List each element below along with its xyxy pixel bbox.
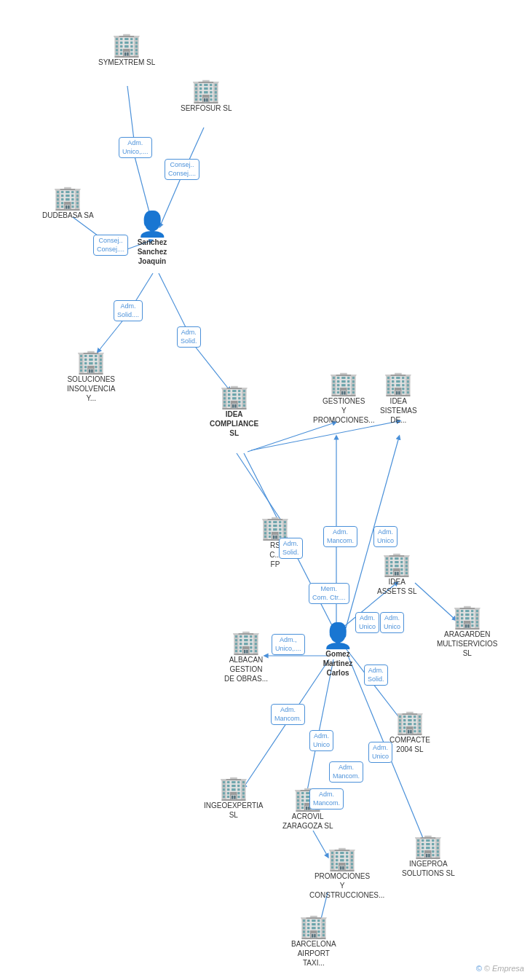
node-gestiones: 🏢 GESTIONESYPROMOCIONES...: [313, 372, 374, 425]
label-sanchez: SanchezSanchezJoaquin: [138, 238, 167, 266]
label-promociones: PROMOCIONESYCONSTRUCCIONES...: [309, 871, 375, 900]
badge-adm-unico-3[interactable]: Adm.Unico: [355, 612, 379, 633]
badge-adm-mancom-3[interactable]: Adm.Mancom.: [329, 761, 363, 783]
svg-line-8: [159, 273, 188, 332]
badge-adm-solid-4[interactable]: Adm.Solid.: [364, 665, 388, 686]
node-symextrem: 🏢 SYMEXTREM SL: [98, 33, 155, 67]
building-icon-ingeproa: 🏢: [414, 834, 443, 858]
building-icon-idea-compliance: 🏢: [220, 385, 249, 408]
badge-mem-com[interactable]: Mem.Com. Ctr....: [309, 583, 349, 604]
node-dudebasa: 🏢 DUDEBASA SA: [42, 186, 94, 220]
badge-consej-1[interactable]: Consej..Consej....: [165, 159, 199, 180]
badge-adm-solid-3[interactable]: Adm.Solid.: [279, 538, 303, 559]
building-icon-dudebasa: 🏢: [53, 186, 82, 209]
building-icon-aragarden: 🏢: [453, 605, 482, 628]
building-icon-symextrem: 🏢: [112, 33, 141, 56]
building-icon-albacan: 🏢: [232, 630, 261, 654]
building-icon-compacte: 🏢: [395, 710, 424, 734]
badge-adm-unico-4[interactable]: Adm.Unico: [380, 612, 404, 633]
node-albacan: 🏢 ALBACANGESTIONDE OBRAS...: [224, 630, 268, 683]
building-icon-soluciones: 🏢: [76, 350, 106, 373]
label-barcelona: BARCELONAAIRPORTTAXI...: [291, 939, 336, 968]
svg-line-9: [191, 341, 229, 390]
badge-adm-unico-albacan[interactable]: Adm.,Unico,....: [272, 634, 305, 655]
label-serfosur: SERFOSUR SL: [181, 103, 232, 113]
badge-adm-solid-2[interactable]: Adm.Solid.: [177, 326, 201, 348]
connection-arrows: [0, 0, 530, 980]
node-promociones: 🏢 PROMOCIONESYCONSTRUCCIONES...: [309, 847, 375, 900]
svg-line-10: [248, 423, 335, 452]
label-idea-compliance: IDEACOMPLIANCESL: [210, 409, 258, 438]
label-idea-sistemas: IDEASISTEMASDE...: [380, 396, 417, 425]
building-icon-idea-assets: 🏢: [382, 552, 411, 576]
copyright-symbol: ©: [476, 964, 482, 973]
building-icon-serfosur: 🏢: [191, 79, 221, 102]
node-compacte: 🏢 COMPACTE2004 SL: [389, 710, 430, 754]
label-gomez: GomezMartinezCarlos: [323, 649, 353, 678]
building-icon-promociones: 🏢: [328, 847, 357, 870]
label-aragarden: ARAGARDENMULTISERVICIOSSL: [437, 630, 498, 658]
label-gestiones: GESTIONESYPROMOCIONES...: [313, 396, 374, 425]
person-icon-gomez: 👤: [323, 623, 353, 648]
label-albacan: ALBACANGESTIONDE OBRAS...: [224, 655, 268, 683]
label-dudebasa: DUDEBASA SA: [42, 211, 94, 220]
watermark: © © Empresa: [476, 964, 524, 973]
badge-adm-mancom-1[interactable]: Adm.Mancom.: [323, 526, 357, 547]
label-compacte: COMPACTE2004 SL: [389, 735, 430, 754]
building-icon-rs-fp: 🏢: [261, 516, 290, 539]
node-sanchez: 👤 SanchezSanchezJoaquin: [137, 211, 167, 266]
node-ingeproa: 🏢 INGEPROASOLUTIONS SL: [402, 834, 455, 878]
node-idea-compliance: 🏢 IDEACOMPLIANCESL: [210, 385, 258, 438]
node-soluciones: 🏢 SOLUCIONESINSOLVENCIAY...: [67, 350, 116, 403]
node-barcelona: 🏢 BARCELONAAIRPORTTAXI...: [291, 914, 336, 968]
watermark-text: © Empresa: [484, 964, 524, 973]
svg-line-11: [251, 421, 399, 450]
node-serfosur: 🏢 SERFOSUR SL: [181, 79, 232, 113]
badge-adm-solid-1[interactable]: Adm.Solid....: [114, 300, 143, 321]
building-icon-gestiones: 🏢: [329, 372, 358, 395]
badge-adm-mancom-4[interactable]: Adm.Mancom.: [309, 788, 344, 810]
node-aragarden: 🏢 ARAGARDENMULTISERVICIOSSL: [437, 605, 498, 658]
graph-container: 🏢 SYMEXTREM SL 🏢 SERFOSUR SL 🏢 DUDEBASA …: [0, 0, 530, 980]
label-ingeproa: INGEPROASOLUTIONS SL: [402, 859, 455, 878]
node-ingeoexpertia: 🏢 INGEOEXPERTIASL: [204, 776, 264, 820]
building-icon-idea-sistemas: 🏢: [384, 372, 413, 395]
badge-adm-unico-1[interactable]: Adm.Unico,....: [119, 137, 152, 158]
label-ingeoexpertia: INGEOEXPERTIASL: [204, 801, 264, 820]
label-symextrem: SYMEXTREM SL: [98, 58, 155, 67]
node-gomez: 👤 GomezMartinezCarlos: [323, 623, 353, 678]
node-idea-sistemas: 🏢 IDEASISTEMASDE...: [380, 372, 417, 425]
label-soluciones: SOLUCIONESINSOLVENCIAY...: [67, 375, 116, 403]
label-acrovil: ACROVILZARAGOZA SL: [282, 812, 333, 831]
badge-adm-unico-2[interactable]: Adm.Unico: [373, 526, 398, 547]
badge-consej-2[interactable]: Consej..Consej....: [93, 235, 128, 256]
badge-adm-mancom-2[interactable]: Adm.Mancom.: [271, 704, 305, 725]
badge-adm-unico-6[interactable]: Adm.Unico: [368, 742, 392, 763]
building-icon-barcelona: 🏢: [299, 914, 328, 938]
building-icon-ingeoexpertia: 🏢: [219, 776, 248, 799]
label-idea-assets: IDEAASSETS SL: [377, 577, 416, 596]
badge-adm-unico-5[interactable]: Adm.Unico: [309, 730, 333, 751]
node-idea-assets: 🏢 IDEAASSETS SL: [377, 552, 416, 596]
person-icon-sanchez: 👤: [137, 211, 167, 236]
